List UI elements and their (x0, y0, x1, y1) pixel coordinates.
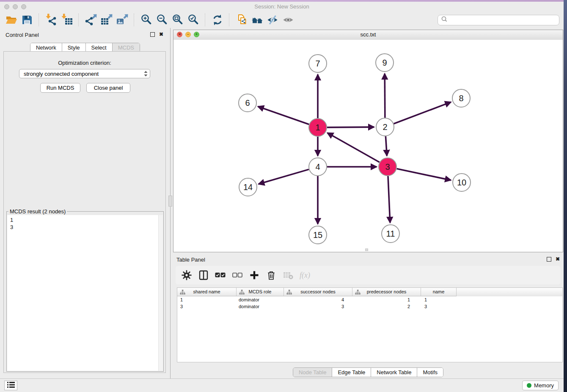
select-all-button[interactable] (215, 270, 226, 281)
function-icon: f(x) (300, 271, 310, 280)
close-window-icon[interactable] (4, 4, 9, 9)
edge-2-9[interactable] (385, 74, 385, 118)
graph-node-14[interactable]: 14 (239, 178, 257, 196)
mcds-result-text[interactable]: 13 (7, 215, 163, 371)
tab-edge-table[interactable]: Edge Table (332, 368, 371, 377)
criterion-select[interactable]: strongly connected component (19, 69, 150, 78)
cell-shared-name: 3 (177, 303, 237, 310)
cell-successor-nodes: 4 (284, 296, 352, 303)
mcds-result-title: MCDS result (2 nodes) (8, 208, 67, 215)
select-all-icon (215, 270, 226, 281)
edge-3-11[interactable] (388, 176, 390, 223)
gear-button[interactable] (181, 270, 192, 281)
deselect-all-icon (232, 270, 243, 281)
zoom-in-button[interactable] (138, 13, 154, 27)
control-panel-close-icon[interactable]: ✖ (159, 32, 163, 37)
refresh-button[interactable] (209, 13, 225, 27)
edge-1-2[interactable] (327, 127, 374, 127)
mcds-result-scrollbar[interactable] (158, 215, 163, 371)
save-session-button[interactable] (19, 13, 35, 27)
export-table-button[interactable] (99, 13, 114, 27)
table-panel-float-icon[interactable] (547, 257, 551, 262)
column-header-successor-nodes[interactable]: successor nodes (284, 288, 352, 296)
zoom-selected-button[interactable] (185, 13, 201, 27)
zoom-fit-button[interactable] (170, 13, 185, 27)
node-table-body: 1dominator4113dominator323 (177, 296, 562, 310)
column-header-name[interactable]: name (421, 288, 457, 296)
control-panel-float-icon[interactable] (150, 32, 155, 37)
canvas-resize-handle[interactable] (365, 248, 368, 251)
edge-3-10[interactable] (397, 169, 451, 180)
zoom-window-icon[interactable] (21, 4, 26, 9)
memory-button[interactable]: Memory (522, 381, 559, 390)
export-image-button[interactable] (114, 13, 130, 27)
control-panel-title: Control Panel (6, 32, 39, 38)
tab-motifs[interactable]: Motifs (417, 368, 443, 377)
graph-node-6[interactable]: 6 (239, 94, 256, 112)
tab-mcds[interactable]: MCDS (113, 43, 140, 52)
graph-node-2[interactable]: 2 (376, 118, 394, 136)
window-traffic-lights (4, 4, 26, 9)
toolbar-separator (39, 14, 39, 26)
minimize-window-icon[interactable] (13, 4, 18, 9)
memory-status-icon (527, 383, 531, 388)
delete-table-icon (283, 270, 294, 281)
run-mcds-button[interactable]: Run MCDS (40, 83, 80, 93)
tab-node-table[interactable]: Node Table (293, 368, 333, 377)
show-eye-button[interactable] (281, 13, 296, 27)
close-panel-button[interactable]: Close panel (86, 83, 130, 93)
edge-4-14[interactable] (259, 169, 309, 184)
search-input[interactable] (449, 17, 559, 24)
graph-node-11[interactable]: 11 (382, 225, 399, 243)
select-stepper-icon (141, 70, 150, 77)
deselect-all-button[interactable] (231, 270, 243, 281)
graph-node-3[interactable]: 3 (379, 158, 396, 176)
graph-node-1[interactable]: 1 (309, 119, 327, 136)
edge-2-8[interactable] (394, 102, 451, 124)
edge-2-3[interactable] (385, 136, 387, 156)
graph-node-7[interactable]: 7 (309, 55, 327, 72)
search-box[interactable] (438, 15, 559, 25)
table-row[interactable]: 3dominator323 (177, 303, 562, 310)
column-label: predecessor nodes (367, 289, 407, 294)
tab-style[interactable]: Style (62, 43, 86, 52)
graph-node-8[interactable]: 8 (452, 89, 470, 107)
open-session-button[interactable] (3, 13, 19, 27)
edge-1-6[interactable] (258, 107, 309, 124)
panel-splitter-handle[interactable] (168, 196, 172, 207)
task-history-button[interactable] (4, 381, 17, 390)
columns-button[interactable] (198, 270, 209, 281)
add-row-button[interactable] (248, 270, 260, 281)
tab-network[interactable]: Network (30, 43, 62, 52)
import-table-button[interactable] (59, 13, 74, 27)
cell-MCDS-role: dominator (237, 296, 284, 303)
app-window: Session: New Session Control Panel ✖ Net… (0, 2, 564, 392)
network-maximize-icon[interactable]: + (194, 32, 199, 37)
home-button[interactable] (249, 13, 265, 27)
graph-node-10[interactable]: 10 (453, 174, 471, 191)
duplicate-network-button[interactable] (234, 13, 249, 27)
import-network-button[interactable] (43, 13, 59, 27)
tab-select[interactable]: Select (86, 43, 113, 52)
edge-3-1[interactable] (328, 133, 380, 162)
graph-node-9[interactable]: 9 (376, 54, 394, 72)
node-table: shared nameMCDS rolesuccessor nodesprede… (177, 287, 563, 362)
network-minimize-icon[interactable]: − (185, 32, 191, 37)
table-panel-close-icon[interactable]: ✖ (556, 257, 560, 262)
tab-network-table[interactable]: Network Table (371, 368, 417, 377)
export-network-button[interactable] (83, 13, 99, 27)
save-session-icon (21, 14, 33, 26)
column-header-shared-name[interactable]: shared name (177, 288, 237, 296)
hide-eye-button[interactable] (265, 13, 281, 27)
cell-name: 1 (421, 296, 457, 303)
delete-row-button[interactable] (265, 270, 277, 281)
graph-node-15[interactable]: 15 (309, 226, 327, 244)
columns-icon (198, 270, 209, 281)
graph-node-4[interactable]: 4 (309, 158, 327, 176)
network-canvas[interactable]: 1234678910111415 (173, 40, 563, 252)
network-close-icon[interactable]: ✕ (177, 32, 182, 37)
zoom-out-button[interactable] (154, 13, 170, 27)
column-header-predecessor-nodes[interactable]: predecessor nodes (352, 288, 421, 296)
table-row[interactable]: 1dominator411 (177, 296, 562, 303)
column-header-MCDS-role[interactable]: MCDS role (237, 288, 284, 296)
